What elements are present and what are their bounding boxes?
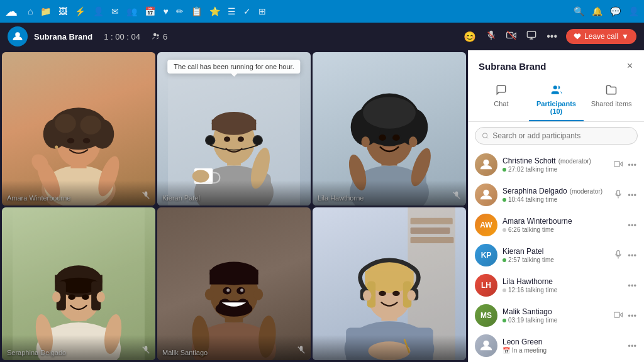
svg-point-47 [363,97,416,128]
nav-icon-photos[interactable]: 🖼 [58,6,67,16]
tab-shared-items[interactable]: Shared items [584,79,639,121]
search-participants-box[interactable] [475,127,638,145]
tab-participants[interactable]: Participants (10) [529,79,584,121]
participant-item-lila[interactable]: LH Lila Hawthorne 12:16 talking time ••• [469,270,644,300]
participant-name-leon: Leon Green [502,337,621,346]
video-tile-unknown[interactable] [313,207,466,361]
nav-icon-talk[interactable]: 💬 [610,6,621,16]
participant-actions-lila: ••• [626,280,638,292]
video-icon-christine[interactable] [613,158,624,172]
nav-icon-search[interactable]: 🔍 [574,6,584,16]
video-off-button[interactable] [504,29,519,44]
avatar-christine [475,153,497,176]
search-icon [482,132,489,140]
nav-icon-bookmarks[interactable]: ⭐ [209,6,220,16]
svg-point-2 [157,35,159,37]
avatar-kieran: KP [475,244,497,266]
svg-point-96 [368,341,410,360]
more-icon-amara[interactable]: ••• [626,219,638,231]
video-tile-lila[interactable]: Lila Hawthorne [313,52,466,206]
participant-item-seraphina[interactable]: Seraphina Delgado (moderator) 10:44 talk… [469,180,644,210]
participant-name-lila: Lila Hawthorne [502,277,621,286]
participant-item-leon[interactable]: Leon Green 📅 In a meeting ••• [469,331,644,361]
more-icon-christine[interactable]: ••• [626,159,638,171]
search-participants-input[interactable] [492,131,631,140]
svg-rect-113 [614,161,620,166]
video-tile-seraphina[interactable]: Seraphina Delgado [2,207,155,361]
participant-status-lila: 12:16 talking time [502,287,621,293]
nav-icon-tasks[interactable]: ✓ [243,6,251,16]
mic-icon-kieran[interactable] [613,249,624,262]
more-icon-leon[interactable]: ••• [626,340,638,352]
mic-icon-seraphina[interactable] [613,189,624,202]
app-logo-icon[interactable]: ☁ [5,4,18,19]
nav-icon-mail[interactable]: ✉ [111,6,119,16]
participant-name-seraphina: Seraphina Delgado (moderator) [502,187,608,195]
nav-icon-apps[interactable]: ⊞ [258,6,266,16]
more-icon-malik[interactable]: ••• [626,310,638,322]
participant-item-kieran[interactable]: KP Kieran Patel 2:57 talking time ••• [469,240,644,270]
participant-info-kieran: Kieran Patel 2:57 talking time [502,247,608,263]
tab-chat[interactable]: Chat [474,79,529,121]
participant-item-christine[interactable]: Christine Schott (moderator) 27:02 talki… [469,150,644,180]
screen-share-button[interactable] [524,29,539,44]
video-icon-malik[interactable] [613,309,624,322]
participants-tab-icon [551,84,562,98]
status-dot-lila [502,288,506,292]
video-tile-kieran[interactable]: The call has been running for one hour. … [157,52,311,206]
svg-rect-77 [209,270,258,285]
emoji-button[interactable]: 😊 [461,30,479,44]
nav-icon-profile[interactable]: 👤 [628,6,639,16]
nav-icon-more[interactable]: ☰ [228,6,236,16]
nav-icon-contacts[interactable]: 👤 [93,6,104,16]
svg-point-68 [82,294,89,299]
participant-item-malik[interactable]: MS Malik Santiago 03:19 talking time • [469,300,644,331]
video-label-malik: Malik Santiago [162,349,208,356]
nav-icon-groups[interactable]: 👥 [126,6,137,16]
call-controls: 😊 ••• [461,29,560,44]
more-icon-kieran[interactable]: ••• [626,250,638,261]
nav-icon-files[interactable]: 📁 [40,6,51,16]
call-app-icon [8,26,28,47]
nav-icon-activity[interactable]: ⚡ [75,6,86,16]
participant-info-leon: Leon Green 📅 In a meeting [502,337,621,354]
nav-icon-deck[interactable]: 📋 [191,6,202,16]
close-sidebar-button[interactable]: × [626,59,634,73]
svg-point-15 [55,114,76,133]
call-bar: Subrana Brand 1 : 00 : 04 6 😊 ••• Leave … [0,23,644,50]
video-tile-malik[interactable]: Malik Santiago [157,207,311,361]
nav-icon-home[interactable]: ⌂ [28,6,33,16]
nav-icon-notifications[interactable]: 🔔 [592,6,602,16]
svg-rect-91 [411,217,453,224]
video-label-kieran: Kieran Patel [162,194,200,202]
participant-info-christine: Christine Schott (moderator) 27:02 talki… [502,156,608,173]
video-tile-amara[interactable]: Amara Winterbourne [2,52,155,206]
leave-call-button[interactable]: Leave call ▼ [566,29,636,44]
video-label-seraphina: Seraphina Delgado [7,349,66,356]
svg-point-67 [68,294,75,299]
nav-icon-notes[interactable]: ✏ [176,6,184,16]
participant-item-amara[interactable]: AW Amara Winterbourne 6:26 talking time … [469,210,644,240]
nav-icon-favorites[interactable]: ♥ [163,6,168,16]
mute-icon-malik [297,346,306,356]
svg-point-48 [361,136,369,147]
svg-point-85 [226,288,230,292]
avatar-lila: LH [475,274,497,297]
participants-list: Christine Schott (moderator) 27:02 talki… [469,150,644,362]
more-options-button[interactable]: ••• [544,30,560,43]
leave-call-label: Leave call [584,32,618,41]
more-icon-seraphina[interactable]: ••• [626,189,638,201]
status-dot-malik [502,319,506,322]
nav-icon-calendar[interactable]: 📅 [145,6,155,16]
avatar-seraphina [475,184,497,206]
svg-point-107 [379,290,386,295]
svg-point-1 [153,33,157,36]
participant-info-seraphina: Seraphina Delgado (moderator) 10:44 talk… [502,187,608,203]
call-timer: 1 : 00 : 04 [104,32,140,41]
avatar-initials-malik: MS [480,311,492,320]
status-dot-kieran [502,258,506,262]
svg-point-0 [15,32,20,37]
main-content: Amara Winterbourne [0,50,644,362]
more-icon-lila[interactable]: ••• [626,280,638,292]
mute-button[interactable] [484,29,499,44]
